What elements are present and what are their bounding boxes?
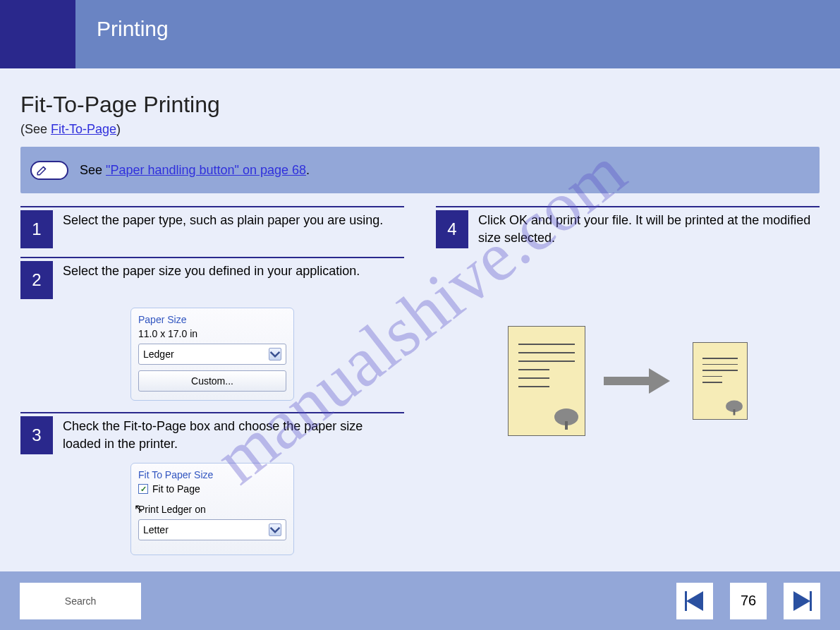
divider	[436, 206, 820, 207]
divider	[20, 412, 404, 413]
subtitle-suffix: )	[116, 122, 121, 136]
footer-bar: Search 76	[0, 571, 840, 630]
step-2: 2 Select the paper size you defined in y…	[20, 261, 404, 299]
prev-page-button[interactable]	[676, 583, 713, 619]
fit-to-dropdown[interactable]: Letter	[138, 519, 286, 540]
subtitle-prefix: (See	[20, 122, 51, 136]
note-text: See "Paper handling button" on page 68.	[80, 163, 310, 178]
step-text: Check the Fit-to-Page box and choose the…	[63, 416, 404, 454]
custom-button[interactable]: Custom...	[138, 370, 286, 392]
paper-size-dropdown[interactable]: Ledger	[138, 344, 286, 365]
subtitle-link[interactable]: Fit-To-Page	[51, 122, 116, 136]
note-suffix: .	[306, 163, 310, 177]
note-prefix: See	[80, 163, 106, 177]
header-accent	[0, 0, 75, 68]
step-4: 4 Click OK and print your file. It will …	[436, 210, 820, 248]
note-link[interactable]: "Paper handling button" on page 68	[106, 163, 306, 177]
widget-title: Fit To Paper Size	[138, 469, 286, 480]
svg-rect-4	[685, 591, 687, 611]
tree-icon	[552, 407, 580, 431]
header-title: Printing	[75, 0, 190, 68]
tree-icon	[724, 399, 744, 416]
divider	[20, 206, 404, 207]
fit-to-page-checkbox[interactable]: ✓	[138, 484, 148, 494]
fit-to-page-widget: Fit To Paper Size ✓ Fit to Page ↖ Print …	[130, 463, 294, 555]
step-number: 3	[20, 416, 53, 454]
page-title: Fit-To-Page Printing	[20, 92, 820, 118]
widget-title: Paper Size	[138, 314, 286, 325]
note-bar: See "Paper handling button" on page 68.	[20, 147, 820, 193]
fit-description: Print Ledger on	[138, 504, 286, 515]
step-text: Select the paper size you defined in you…	[63, 261, 360, 299]
document-small-icon	[693, 342, 748, 420]
chevron-down-icon	[269, 523, 281, 536]
chevron-down-icon	[269, 348, 281, 361]
svg-rect-5	[810, 591, 812, 611]
arrow-left-icon	[682, 588, 707, 614]
step-number: 2	[20, 261, 53, 299]
page-number: 76	[730, 583, 767, 619]
step-number: 4	[436, 210, 468, 248]
arrow-right-icon	[789, 588, 815, 614]
step-text: Select the paper type, such as plain pap…	[63, 210, 383, 248]
note-icon	[30, 161, 68, 180]
dropdown-selected: Letter	[143, 524, 169, 535]
arrow-right-icon	[604, 368, 674, 394]
page-subtitle: (See Fit-To-Page)	[20, 122, 820, 137]
step-3: 3 Check the Fit-to-Page box and choose t…	[20, 416, 404, 454]
widget-value-text: 11.0 x 17.0 in	[138, 328, 286, 339]
document-large-icon	[508, 326, 585, 436]
divider	[20, 257, 404, 258]
columns: 1 Select the paper type, such as plain p…	[20, 206, 820, 567]
svg-rect-3	[734, 409, 736, 415]
next-page-button[interactable]	[784, 583, 820, 619]
right-column: 4 Click OK and print your file. It will …	[436, 206, 820, 567]
main-content: Fit-To-Page Printing (See Fit-To-Page) S…	[20, 92, 820, 567]
svg-rect-1	[565, 421, 568, 430]
header-bar: Printing	[0, 0, 840, 68]
step-number: 1	[20, 210, 53, 248]
step-1: 1 Select the paper type, such as plain p…	[20, 210, 404, 248]
paper-size-widget: Paper Size 11.0 x 17.0 in Ledger Custom.…	[130, 308, 294, 401]
search-button[interactable]: Search	[20, 583, 141, 619]
step-text: Click OK and print your file. It will be…	[478, 210, 820, 248]
checkbox-label: Fit to Page	[152, 483, 200, 495]
fit-diagram	[436, 326, 820, 436]
left-column: 1 Select the paper type, such as plain p…	[20, 206, 404, 567]
dropdown-selected: Ledger	[143, 349, 174, 360]
